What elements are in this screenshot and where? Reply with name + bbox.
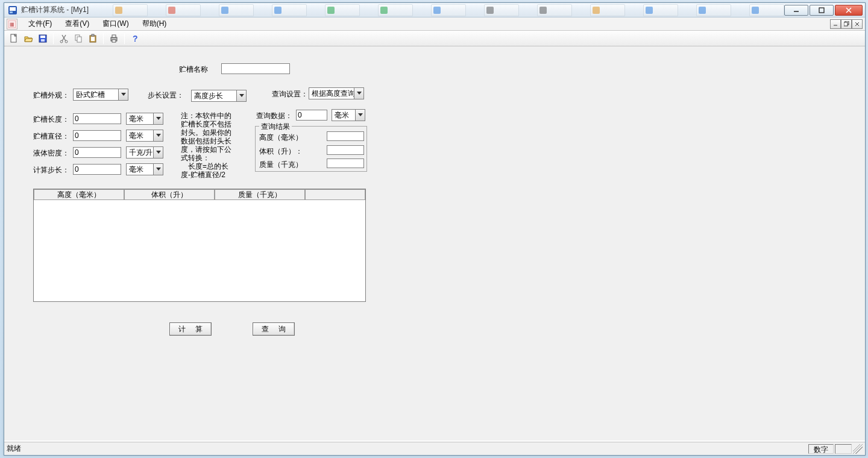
svg-rect-20: [91, 37, 95, 41]
res-height-field: [327, 131, 364, 141]
svg-rect-4: [819, 8, 824, 13]
chevron-down-icon: [153, 130, 163, 141]
density-unit-combo[interactable]: 千克/升: [126, 146, 163, 158]
tank-name-input[interactable]: [221, 63, 290, 74]
status-blank: [835, 444, 852, 454]
result-groupbox: 查询结果 高度（毫米） 体积（升）： 质量（千克）: [255, 126, 367, 172]
query-data-unit-combo[interactable]: 毫米: [332, 109, 365, 121]
status-num: 数字: [808, 444, 834, 454]
toolbar-separator: [124, 33, 125, 44]
menubar: ▦ 文件(F) 查看(V) 窗口(W) 帮助(H): [4, 17, 865, 31]
mdi-restore-button[interactable]: [841, 19, 852, 29]
toolbar-separator: [53, 33, 54, 44]
density-input[interactable]: [73, 147, 121, 158]
svg-rect-9: [844, 22, 848, 26]
minimize-button[interactable]: [784, 5, 808, 16]
label-res-mass: 质量（千克）: [259, 160, 303, 170]
chevron-down-icon: [354, 88, 363, 99]
step-setting-combo-text: 高度步长: [192, 91, 236, 101]
table-body: [34, 200, 365, 301]
svg-text:▦: ▦: [10, 22, 14, 27]
label-appearance: 贮槽外观：: [33, 90, 69, 101]
step-setting-combo[interactable]: 高度步长: [191, 90, 247, 102]
result-table[interactable]: 高度（毫米） 体积（升） 质量（千克）: [33, 189, 366, 302]
mdi-child-icon[interactable]: ▦: [7, 19, 17, 30]
svg-marker-31: [156, 168, 161, 171]
chevron-down-icon: [236, 90, 246, 101]
window-controls: [784, 5, 863, 16]
copy-icon[interactable]: [72, 33, 84, 45]
query-setting-combo-text: 根据高度查询: [309, 89, 354, 99]
label-density: 液体密度：: [33, 148, 69, 158]
paste-icon[interactable]: [87, 33, 99, 45]
toolbar-separator: [103, 33, 104, 44]
table-header-blank: [305, 189, 365, 200]
calc-step-input[interactable]: [73, 164, 121, 175]
save-icon[interactable]: [37, 33, 49, 45]
calc-step-unit-combo[interactable]: 毫米: [126, 163, 163, 175]
svg-point-14: [60, 40, 63, 43]
query-button[interactable]: 查 询: [253, 322, 295, 336]
note-text: 注：本软件中的贮槽长度不包括封头。如果你的数据包括封头长度，请按如下公式转换： …: [181, 111, 235, 179]
titlebar: 贮槽计算系统 - [My1]: [4, 3, 865, 17]
menu-view[interactable]: 查看(V): [59, 17, 95, 30]
chevron-down-icon: [153, 113, 163, 124]
print-icon[interactable]: [108, 33, 120, 45]
svg-rect-13: [41, 39, 45, 42]
svg-marker-32: [358, 113, 363, 116]
table-header-height[interactable]: 高度（毫米）: [34, 189, 124, 200]
res-volume-field: [327, 145, 364, 155]
res-mass-field: [327, 158, 364, 168]
menu-help[interactable]: 帮助(H): [136, 17, 173, 30]
cut-icon[interactable]: [58, 33, 70, 45]
svg-marker-30: [156, 151, 161, 154]
menu-window[interactable]: 窗口(W): [96, 17, 134, 30]
resize-grip-icon[interactable]: [853, 444, 863, 454]
maximize-button[interactable]: [810, 5, 834, 16]
close-button[interactable]: [835, 5, 863, 16]
client-area: 贮槽名称 贮槽外观： 卧式贮槽 步长设置： 高度步长 查询设置： 根据高度查询 …: [4, 46, 865, 441]
svg-rect-2: [10, 11, 13, 13]
label-step-setting: 步长设置：: [148, 90, 184, 101]
label-query-data: 查询数据：: [256, 111, 292, 121]
toolbar: ?: [4, 31, 865, 46]
calculate-button[interactable]: 计 算: [169, 322, 212, 336]
app-icon: [8, 5, 17, 15]
table-header-volume[interactable]: 体积（升）: [124, 189, 215, 200]
query-setting-combo[interactable]: 根据高度查询: [309, 87, 364, 99]
query-data-input[interactable]: [296, 110, 327, 121]
statusbar: 就绪 数字: [4, 442, 865, 455]
result-legend: 查询结果: [259, 122, 292, 132]
svg-text:?: ?: [133, 34, 138, 43]
new-icon[interactable]: [8, 33, 20, 45]
svg-marker-26: [239, 94, 244, 97]
window-title: 贮槽计算系统 - [My1]: [21, 5, 89, 15]
mdi-minimize-button[interactable]: [830, 19, 841, 29]
background-tabs: [113, 4, 784, 16]
menu-file[interactable]: 文件(F): [22, 17, 58, 30]
table-header-mass[interactable]: 质量（千克）: [215, 189, 305, 200]
diameter-unit-combo[interactable]: 毫米: [126, 130, 163, 142]
length-input[interactable]: [73, 113, 121, 124]
label-res-height: 高度（毫米）: [259, 133, 303, 143]
chevron-down-icon: [118, 89, 128, 100]
label-diameter: 贮槽直径：: [33, 131, 69, 142]
label-res-volume: 体积（升）：: [259, 146, 303, 157]
svg-marker-27: [357, 92, 362, 95]
tank-form: 贮槽名称 贮槽外观： 卧式贮槽 步长设置： 高度步长 查询设置： 根据高度查询 …: [4, 51, 865, 441]
svg-rect-19: [92, 34, 94, 36]
mdi-close-button[interactable]: [852, 19, 863, 29]
label-length: 贮槽长度：: [33, 114, 69, 125]
chevron-down-icon: [355, 110, 365, 121]
label-tank-name: 贮槽名称: [179, 64, 208, 75]
open-icon[interactable]: [22, 33, 34, 45]
svg-marker-28: [156, 117, 161, 120]
help-icon[interactable]: ?: [129, 33, 141, 45]
length-unit-combo[interactable]: 毫米: [126, 113, 163, 125]
table-header: 高度（毫米） 体积（升） 质量（千克）: [34, 189, 365, 200]
status-ready: 就绪: [7, 444, 21, 454]
svg-rect-22: [112, 35, 116, 37]
appearance-combo[interactable]: 卧式贮槽: [73, 89, 128, 101]
label-calc-step: 计算步长：: [33, 165, 69, 175]
diameter-input[interactable]: [73, 130, 121, 141]
